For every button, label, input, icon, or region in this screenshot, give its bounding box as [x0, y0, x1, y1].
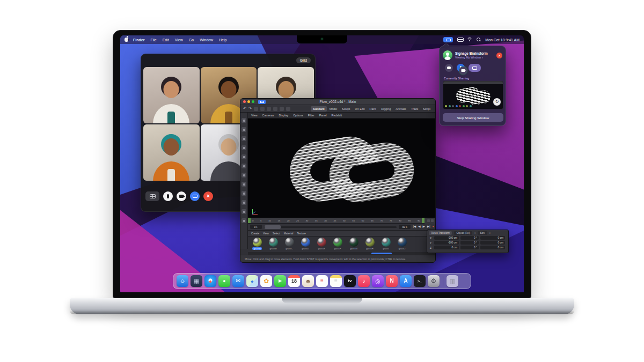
- viewport-menu-item[interactable]: View: [251, 114, 258, 117]
- material-menu-item[interactable]: Material: [284, 232, 294, 235]
- size-field[interactable]: 0 cm: [480, 241, 505, 245]
- layout-tab[interactable]: Animate: [393, 106, 408, 112]
- shared-window-thumbnail[interactable]: ↻: [443, 81, 503, 109]
- menu-item[interactable]: Go: [189, 38, 194, 42]
- loop-icon[interactable]: [431, 219, 434, 222]
- tool-icon[interactable]: [241, 164, 246, 168]
- position-field[interactable]: -200 cm: [434, 236, 459, 240]
- viewport-menu-item[interactable]: Display: [279, 114, 288, 117]
- material-preview-sphere[interactable]: [317, 238, 326, 247]
- rotation-field[interactable]: 0 °: [460, 236, 479, 240]
- undo-redo-icon[interactable]: ↶: [243, 107, 247, 111]
- viewport[interactable]: [248, 119, 436, 218]
- material-swatch[interactable]: glassC: [282, 238, 296, 250]
- apple-menu-icon[interactable]: [125, 38, 128, 42]
- layout-tab[interactable]: Paint: [368, 106, 378, 112]
- material-swatch[interactable]: glassB: [266, 238, 280, 250]
- dock-app-icon[interactable]: ✿: [260, 275, 272, 287]
- material-preview-sphere[interactable]: [398, 238, 407, 247]
- material-preview-sphere[interactable]: [301, 238, 310, 247]
- rotation-field[interactable]: 0 °: [460, 246, 479, 249]
- key-icon[interactable]: [427, 219, 430, 222]
- share-screen-button[interactable]: [469, 64, 481, 72]
- scale-tool-icon[interactable]: [260, 107, 265, 111]
- dock-app-icon[interactable]: ✉: [232, 275, 244, 287]
- material-swatch[interactable]: glassF: [331, 238, 345, 250]
- end-frame-field[interactable]: 90 F: [399, 225, 411, 229]
- menu-item[interactable]: Edit: [163, 38, 169, 42]
- layout-tab[interactable]: UV Edit: [353, 106, 367, 112]
- viewing-status-link[interactable]: Viewing My Window›: [455, 56, 488, 59]
- tool-icon[interactable]: [241, 127, 246, 132]
- viewport-menu-item[interactable]: Panel: [319, 114, 327, 117]
- rotation-field[interactable]: 0 °: [460, 241, 479, 245]
- material-swatch[interactable]: glassH: [363, 238, 377, 250]
- material-preview-sphere[interactable]: [365, 238, 375, 247]
- material-swatch[interactable]: glassE: [314, 238, 328, 250]
- menu-bar-clock[interactable]: Mon Oct 18 9:41 AM: [485, 38, 519, 42]
- undo-redo-icon[interactable]: ↷: [248, 107, 252, 111]
- dock-app-icon[interactable]: ▶: [274, 275, 286, 287]
- mute-button[interactable]: [163, 191, 173, 201]
- viewport-menu-item[interactable]: Options: [293, 114, 303, 117]
- material-preview-sphere[interactable]: [285, 238, 294, 247]
- tool-icon[interactable]: [241, 118, 246, 123]
- transport-button[interactable]: ▶: [423, 225, 425, 228]
- dock-app-icon[interactable]: ☻: [302, 275, 314, 287]
- timeline-ruler[interactable]: 051015202530354045505560657075808590: [248, 218, 425, 224]
- leave-call-button[interactable]: ×: [496, 53, 502, 58]
- control-center-icon[interactable]: [457, 38, 463, 42]
- dock-app-icon[interactable]: ▦: [191, 275, 202, 287]
- size-dropdown[interactable]: Size: [478, 231, 487, 235]
- slider-thumb[interactable]: [265, 225, 281, 229]
- dock-app-icon[interactable]: ◎: [372, 275, 384, 287]
- dock-app-icon[interactable]: 18: [288, 275, 300, 287]
- render-icon[interactable]: [273, 107, 277, 111]
- grid-view-button[interactable]: Grid: [296, 57, 311, 63]
- layout-tab[interactable]: Standard: [311, 106, 327, 112]
- material-swatch[interactable]: glassJ: [395, 238, 409, 250]
- menu-item[interactable]: Finder: [133, 38, 144, 42]
- spotlight-search-icon[interactable]: [477, 38, 481, 42]
- layout-tab[interactable]: Track: [409, 106, 420, 112]
- dock-app-icon[interactable]: N: [386, 275, 398, 287]
- screen-sharing-indicator[interactable]: [443, 37, 453, 42]
- dock-trash-icon[interactable]: ▥: [447, 275, 458, 287]
- tool-icon[interactable]: [241, 154, 246, 159]
- menu-item[interactable]: File: [150, 38, 156, 42]
- end-call-button[interactable]: ×: [203, 191, 213, 201]
- viewport-menu-item[interactable]: Filter: [308, 114, 314, 117]
- tool-icon[interactable]: [241, 209, 246, 214]
- coordinate-mode-dropdown[interactable]: Object (Rel): [454, 231, 472, 235]
- material-preview-sphere[interactable]: [382, 238, 391, 247]
- cinema4d-titlebar[interactable]: Flow_v002.c4d * - Main: [240, 99, 435, 105]
- layout-tab[interactable]: Model: [327, 106, 340, 112]
- position-field[interactable]: 0 cm: [434, 246, 459, 249]
- render-settings-icon[interactable]: [280, 107, 284, 111]
- material-preview-sphere[interactable]: [253, 238, 262, 247]
- camera-button[interactable]: [459, 67, 467, 75]
- menu-item[interactable]: View: [175, 38, 183, 42]
- size-field[interactable]: 0 cm: [480, 236, 505, 240]
- material-preview-sphere[interactable]: [333, 238, 342, 247]
- move-tool-icon[interactable]: [254, 107, 258, 111]
- tool-icon[interactable]: [241, 182, 246, 187]
- dock-app-icon[interactable]: ◆: [246, 275, 258, 287]
- stop-sharing-button[interactable]: Stop Sharing Window: [443, 113, 503, 122]
- frame-slider[interactable]: [264, 226, 397, 228]
- dock-app-icon[interactable]: ☺: [177, 275, 188, 287]
- reset-transform-button[interactable]: Reset Transform: [429, 231, 452, 235]
- shareplay-button[interactable]: [190, 191, 200, 201]
- tool-icon[interactable]: [241, 136, 246, 141]
- dock-app-icon[interactable]: ≡: [316, 275, 328, 287]
- size-field[interactable]: 0 cm: [480, 246, 505, 249]
- layout-tab[interactable]: Rigging: [379, 106, 393, 112]
- mosaic-toggle-button[interactable]: [145, 191, 159, 201]
- dock-app-icon[interactable]: ⚙: [428, 275, 440, 287]
- current-frame-field[interactable]: 0 F: [250, 225, 262, 229]
- dock-app-icon[interactable]: ♪: [358, 275, 370, 287]
- tool-icon[interactable]: [241, 200, 246, 205]
- layout-tab[interactable]: Sculpt: [340, 106, 352, 112]
- messages-button[interactable]: [445, 64, 453, 72]
- viewport-menu-item[interactable]: Cameras: [262, 114, 274, 117]
